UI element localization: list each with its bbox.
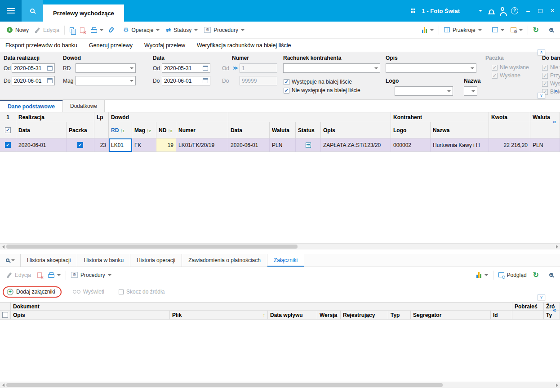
tab-historia-operacji[interactable]: Historia operacji — [130, 254, 182, 267]
tab-historia-akceptacji[interactable]: Historia akceptacji — [21, 254, 77, 267]
withdraw-transfer-link[interactable]: Wycofaj przelew — [144, 42, 185, 49]
main-horizontal-scrollbar[interactable] — [0, 243, 560, 249]
statuses-dropdown[interactable]: Statusy — [163, 24, 201, 36]
col-rd[interactable]: RD 1 — [109, 122, 132, 138]
col-nazwa[interactable]: Nazwa — [431, 122, 489, 138]
user-profile-icon[interactable] — [501, 7, 504, 11]
help-icon[interactable] — [511, 7, 518, 14]
date-to-input[interactable]: 2020-06-01 — [12, 76, 55, 85]
cell-lp[interactable]: 23 — [94, 138, 109, 152]
export-layout-dropdown[interactable] — [489, 24, 507, 36]
attachments-select-all-checkbox[interactable] — [0, 311, 11, 320]
attachments-pin-left-icon[interactable] — [553, 307, 556, 313]
mag-dropdown[interactable] — [76, 76, 136, 85]
filter-collapse-down-button[interactable] — [538, 93, 545, 98]
col-segregator[interactable]: Segregator — [411, 311, 491, 320]
bank-check-3[interactable]: Wysł — [542, 80, 560, 87]
filter-collapse-up-button[interactable] — [538, 49, 545, 55]
scrollbar-thumb[interactable] — [6, 245, 298, 249]
apps-grid-icon[interactable] — [411, 9, 415, 13]
tab-historia-w-banku[interactable]: Historia w banku — [77, 254, 130, 267]
cell-rd-focused[interactable]: LK01 — [109, 138, 132, 152]
cell-kwota[interactable]: 22 216,20 — [489, 138, 530, 152]
attachments-delete-button[interactable] — [34, 269, 45, 281]
attach-link-button[interactable] — [107, 24, 116, 36]
col-typ[interactable]: Typ — [388, 311, 411, 320]
refresh-button[interactable] — [530, 24, 542, 36]
number-to-input[interactable]: 99999 — [240, 76, 277, 85]
main-menu-button[interactable] — [0, 0, 22, 22]
cell-paczka[interactable] — [67, 138, 94, 152]
show-attachment-button[interactable]: Wyświetl — [70, 286, 107, 298]
minimize-button[interactable] — [525, 8, 531, 14]
notifications-bell-icon[interactable] — [489, 9, 494, 13]
print-button[interactable] — [88, 24, 107, 36]
views-dropdown[interactable]: Przekroje — [441, 24, 485, 36]
bottom-horizontal-scrollbar[interactable] — [0, 382, 560, 388]
group-dowod[interactable]: Dowód — [109, 112, 228, 122]
copy-button[interactable] — [67, 24, 77, 36]
select-all-checkbox[interactable] — [0, 122, 16, 138]
document-tab[interactable]: Przelewy wychodzące — [43, 4, 124, 22]
cell-numer[interactable]: LK01/FK/20/19 — [176, 138, 228, 152]
preview-button[interactable]: Podgląd — [495, 269, 530, 281]
col-id[interactable]: Id — [491, 311, 512, 320]
filter-scroll-right-icon[interactable] — [555, 56, 557, 61]
tab-zalaczniki[interactable]: Załączniki — [267, 254, 304, 267]
global-search-button[interactable] — [22, 0, 43, 22]
calendar-icon[interactable] — [47, 78, 53, 83]
scroll-right-arrow[interactable] — [554, 244, 560, 249]
description-dropdown[interactable] — [386, 63, 476, 73]
attachments-edit-button[interactable]: Edycja — [4, 269, 34, 281]
col-plik[interactable]: Plik — [170, 311, 268, 320]
delete-button[interactable] — [77, 24, 88, 36]
col-zrodlo[interactable]: Źró — [544, 303, 560, 311]
bank-check-1[interactable]: Nie v — [542, 64, 560, 71]
company-selector[interactable]: 1 - Foto Świat — [422, 8, 483, 14]
calendar-icon[interactable] — [203, 78, 208, 83]
col-nd[interactable]: ND 3 — [156, 122, 176, 138]
attachments-refresh-button[interactable] — [530, 269, 542, 281]
col-waluta[interactable]: Waluta — [270, 122, 296, 138]
bottom-search-dropdown[interactable] — [0, 254, 21, 267]
name-dropdown[interactable] — [464, 86, 477, 96]
logo-dropdown[interactable] — [395, 86, 453, 96]
attachments-chart-dropdown[interactable] — [473, 269, 491, 281]
doc-date-to-input[interactable]: 2020-06-01 — [162, 76, 210, 85]
col-mag[interactable]: Mag 2 — [132, 122, 156, 138]
cell-nazwa[interactable]: Hurtownia Kawy i H — [431, 138, 489, 152]
col-data[interactable]: Data — [228, 122, 270, 138]
cell-data[interactable]: 2020-06-01 — [228, 138, 270, 152]
cell-logo[interactable]: 000002 — [391, 138, 431, 152]
whitelist-yes-checkbox[interactable]: Występuje na białej liście — [284, 79, 352, 85]
col-status[interactable]: Status — [296, 122, 321, 138]
number-from-input[interactable]: 1 — [240, 63, 277, 73]
scroll-right-arrow[interactable] — [554, 382, 560, 388]
whitelist-verification-link[interactable]: Weryfikacja rachunków na białej liście — [197, 42, 291, 49]
cell-waluta2[interactable]: PLN — [530, 138, 560, 152]
export-transfers-link[interactable]: Eksport przelewów do banku — [5, 42, 77, 49]
attachments-procedures-dropdown[interactable]: Procedury — [68, 269, 115, 281]
chart-dropdown[interactable] — [419, 24, 437, 36]
bank-check-2[interactable]: Przy — [542, 72, 560, 79]
col-kwota[interactable]: Kwota — [489, 112, 530, 122]
row-select-cell[interactable] — [0, 138, 16, 152]
group-realizacja[interactable]: Realizacja — [16, 112, 94, 122]
col-ty[interactable]: Ty — [544, 311, 560, 320]
date-from-input[interactable]: 2020-05-31 — [12, 63, 55, 73]
procedures-dropdown[interactable]: Procedury — [201, 24, 248, 36]
col-data-wplywu[interactable]: Data wpływu — [268, 311, 317, 320]
col-att-opis[interactable]: Opis — [11, 311, 170, 320]
sent-checkbox[interactable]: Wysłane — [492, 72, 520, 79]
cell-data-realizacji[interactable]: 2020-06-01 — [16, 138, 67, 152]
operations-dropdown[interactable]: Operacje — [120, 24, 163, 36]
col-paczka[interactable]: Paczka — [67, 122, 94, 138]
doc-date-from-input[interactable]: 2020-05-31 — [162, 63, 210, 73]
search-plus-button[interactable] — [546, 24, 556, 36]
col-wersja[interactable]: Wersja — [317, 311, 341, 320]
cell-status[interactable] — [296, 138, 321, 152]
generate-transfers-link[interactable]: Generuj przelewy — [89, 42, 133, 49]
maximize-button[interactable] — [538, 9, 542, 13]
not-sent-checkbox[interactable]: Nie wysłane — [492, 64, 529, 71]
col-pobrales[interactable]: Pobrałeś — [512, 303, 544, 311]
